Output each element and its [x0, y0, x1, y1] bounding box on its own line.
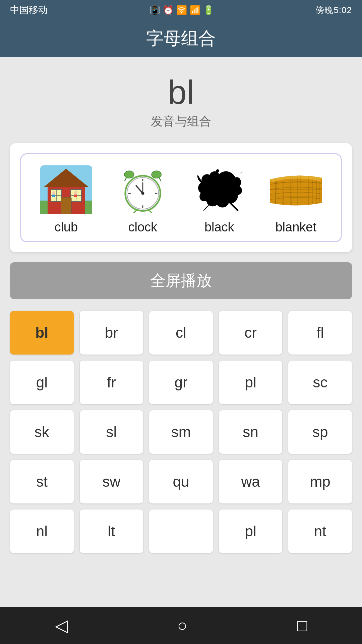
- time-label: 傍晚5:02: [315, 4, 352, 16]
- letter-btn-cr[interactable]: cr: [219, 311, 283, 355]
- letter-btn-sn[interactable]: sn: [219, 410, 283, 454]
- combo-letter: bl: [10, 74, 352, 111]
- word-clock-text: clock: [128, 220, 157, 234]
- main-content: bl 发音与组合: [0, 57, 362, 560]
- bottom-nav: ◁ ○ □: [0, 607, 362, 644]
- letter-btn-br[interactable]: br: [80, 311, 143, 355]
- recent-icon: □: [297, 616, 307, 635]
- word-card: club: [10, 143, 352, 252]
- home-icon: ○: [177, 616, 187, 635]
- blanket-svg: [268, 169, 323, 210]
- status-icons: 📳 ⏰ 🛜 📶 🔋: [149, 5, 214, 15]
- word-item-blanket[interactable]: blanket: [258, 164, 335, 234]
- letter-btn-qu[interactable]: qu: [149, 460, 213, 503]
- letter-btn-bl[interactable]: bl: [10, 311, 74, 355]
- splat-svg: [194, 168, 244, 211]
- word-item-clock[interactable]: clock: [105, 164, 181, 234]
- letter-btn-sc[interactable]: sc: [288, 361, 352, 404]
- letter-btn-sw[interactable]: sw: [80, 460, 143, 503]
- letter-btn-gl[interactable]: gl: [10, 361, 74, 404]
- blanket-icon: [267, 164, 324, 215]
- svg-line-40: [316, 177, 317, 204]
- app-title: 字母组合: [146, 27, 216, 50]
- svg-point-15: [124, 171, 134, 178]
- letter-grid: bl br cl cr fl gl fr gr pl sc sk sl sm s…: [10, 311, 352, 560]
- word-club-text: club: [54, 220, 78, 234]
- vibrate-icon: 📳: [149, 5, 160, 15]
- carrier-label: 中国移动: [10, 4, 48, 16]
- recent-button[interactable]: □: [297, 616, 307, 635]
- back-button[interactable]: ◁: [55, 616, 68, 635]
- svg-line-28: [134, 210, 137, 213]
- fullscreen-button[interactable]: 全屏播放: [10, 262, 352, 299]
- letter-btn-empty[interactable]: [149, 509, 213, 553]
- svg-line-16: [125, 177, 126, 181]
- svg-point-17: [152, 171, 161, 178]
- letter-btn-sm[interactable]: sm: [149, 410, 213, 454]
- letter-btn-gr[interactable]: gr: [149, 361, 213, 404]
- word-image-inner: club: [20, 153, 342, 242]
- clock-svg: [119, 166, 166, 213]
- alarm-icon: ⏰: [163, 5, 174, 15]
- svg-point-27: [141, 192, 144, 195]
- signal-icon: 📶: [190, 5, 200, 15]
- letter-btn-fr[interactable]: fr: [80, 361, 143, 404]
- status-bar: 中国移动 📳 ⏰ 🛜 📶 🔋 傍晚5:02: [0, 0, 362, 20]
- letter-btn-pl2[interactable]: pl: [219, 509, 283, 553]
- home-button[interactable]: ○: [177, 616, 187, 635]
- title-bar: 字母组合: [0, 20, 362, 57]
- sub-label: 发音与组合: [10, 113, 352, 130]
- letter-btn-st[interactable]: st: [10, 460, 74, 503]
- word-blanket-text: blanket: [275, 220, 316, 234]
- svg-point-31: [200, 187, 204, 191]
- letter-btn-nl[interactable]: nl: [10, 509, 74, 553]
- svg-line-30: [229, 202, 238, 210]
- battery-icon: 🔋: [203, 5, 214, 15]
- svg-point-11: [52, 191, 55, 195]
- house-svg: [40, 165, 92, 214]
- letter-btn-nt[interactable]: nt: [288, 509, 352, 553]
- clock-icon: [114, 164, 171, 215]
- svg-line-29: [149, 210, 152, 213]
- svg-rect-12: [52, 195, 55, 197]
- letter-btn-lt[interactable]: lt: [80, 509, 143, 553]
- letter-btn-wa[interactable]: wa: [219, 460, 283, 503]
- svg-line-18: [159, 177, 161, 181]
- back-icon: ◁: [55, 616, 68, 635]
- letter-btn-pl[interactable]: pl: [219, 361, 283, 404]
- svg-point-32: [237, 190, 240, 193]
- letter-btn-cl[interactable]: cl: [149, 311, 213, 355]
- word-black-text: black: [204, 220, 234, 234]
- svg-point-13: [74, 191, 77, 195]
- letter-btn-sl[interactable]: sl: [80, 410, 143, 454]
- letter-btn-mp[interactable]: mp: [288, 460, 352, 503]
- letter-btn-sk[interactable]: sk: [10, 410, 74, 454]
- club-icon: [38, 164, 95, 215]
- svg-point-33: [216, 169, 220, 173]
- letter-btn-sp[interactable]: sp: [288, 410, 352, 454]
- svg-rect-10: [61, 197, 71, 214]
- word-item-black[interactable]: black: [181, 164, 258, 234]
- black-icon: [191, 164, 248, 215]
- wifi-icon: 🛜: [176, 5, 187, 15]
- svg-line-38: [300, 175, 300, 206]
- svg-rect-14: [74, 195, 77, 197]
- letter-btn-fl[interactable]: fl: [288, 311, 352, 355]
- word-item-club[interactable]: club: [28, 164, 105, 234]
